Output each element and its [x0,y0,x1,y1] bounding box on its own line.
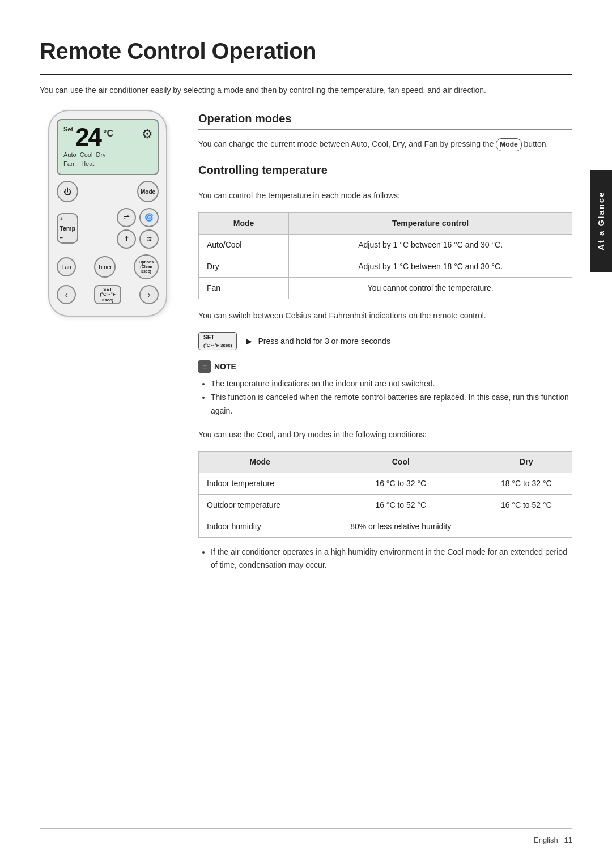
temp-button[interactable]: +Temp– [57,213,78,244]
swing-horizontal-button[interactable]: ⇌ [117,208,136,227]
page-title: Remote Control Operation [40,34,572,68]
cond-indoor-temp-dry: 18 °C to 32 °C [481,473,572,495]
temp-table-header-control: Temperature control [289,212,572,234]
temp-control-table: Mode Temperature control Auto/Cool Adjus… [198,212,572,299]
list-item: This function is canceled when the remot… [211,391,572,418]
operation-modes-text: You can change the current mode between … [198,138,572,151]
mode-line1: Auto Cool Dry [63,151,152,159]
set-button[interactable]: SET(°C↔°F 3sec) [94,285,121,304]
swing-down-button[interactable]: ⬆ [117,229,136,249]
mode-button[interactable]: Mode [137,181,159,202]
timer-button-label: Timer [97,263,112,271]
intro-text: You can use the air conditioner easily b… [40,84,572,96]
fan-display-icon: ⚙ [142,125,153,143]
cond-indoor-temp-cool: 16 °C to 32 °C [321,473,481,495]
fan-button[interactable]: Fan [57,257,76,276]
cond-table-header-dry: Dry [481,452,572,473]
mode-labels: Auto Cool Dry Fan Heat [63,151,152,168]
airflow-button[interactable]: ≋ [139,229,159,249]
options-button[interactable]: Options(Clean 3sec) [134,254,159,279]
cond-outdoor-temp-cool: 16 °C to 52 °C [321,495,481,516]
cond-outdoor-temp-dry: 16 °C to 52 °C [481,495,572,516]
footer-note-item: If the air conditioner operates in a hig… [211,546,572,571]
mode-line2: Fan Heat [63,160,152,168]
conditions-table: Mode Cool Dry Indoor temperature 16 °C t… [198,451,572,538]
note-title-row: ≡ NOTE [198,360,572,373]
mode-button-reference: Mode [496,138,521,151]
degree-label: °C [103,127,113,141]
note-box: ≡ NOTE The temperature indications on th… [198,360,572,418]
note-list: The temperature indications on the indoo… [198,377,572,418]
operation-modes-title: Operation modes [198,110,572,127]
cond-humidity-label: Indoor humidity [199,516,321,538]
display-top: Set 24 °C ⚙ [63,125,152,150]
side-tab-label: At a Glance [595,192,608,251]
temp-cluster-row: +Temp– ⇌ 🌀 ⬆ ≋ [57,208,159,249]
cond-table-header-cool: Cool [321,452,481,473]
temp-table-control-autocool: Adjust by 1 °C between 16 °C and 30 °C. [289,234,572,256]
table-row: Indoor temperature 16 °C to 32 °C 18 °C … [199,473,572,495]
cond-outdoor-temp-label: Outdoor temperature [199,495,321,516]
footer-page-number: 11 [564,836,572,844]
remote-control: Set 24 °C ⚙ Auto Cool Dry Fan Heat ⏻ Mod… [48,110,167,317]
set-button-label: SET(°C↔°F 3sec) [95,287,120,303]
swing-up-button[interactable]: 🌀 [139,208,159,227]
side-tab: At a Glance [590,170,612,272]
temp-table-mode-fan: Fan [199,277,289,299]
title-rule [40,74,572,75]
footer-page-label: English [534,836,558,844]
temp-table-header-mode: Mode [199,212,289,234]
fan-timer-options-row: Fan Timer Options(Clean 3sec) [57,254,159,279]
list-item: The temperature indications on the indoo… [211,377,572,391]
prev-button[interactable]: ‹ [57,285,76,304]
temp-display: 24 [75,125,101,150]
fan-button-label: Fan [61,263,71,271]
options-button-label: Options(Clean 3sec) [135,260,158,274]
right-content: Operation modes You can change the curre… [198,110,572,571]
operation-modes-rule [198,129,572,130]
power-mode-row: ⏻ Mode [57,181,159,202]
switch-celsius-text: You can switch between Celsius and Fahre… [198,309,572,322]
page-footer: English 11 [40,828,572,846]
table-row: Outdoor temperature 16 °C to 52 °C 16 °C… [199,495,572,516]
table-row: Fan You cannot control the temperature. [199,277,572,299]
set-btn-text: SET(°C↔°F 3sec) [203,334,232,348]
center-cluster: ⇌ 🌀 ⬆ ≋ [117,208,159,249]
note-label: NOTE [214,361,236,373]
temp-table-mode-autocool: Auto/Cool [199,234,289,256]
controlling-temp-title: Controlling temperature [198,161,572,178]
press-hold-row: SET(°C↔°F 3sec) ▶ Press and hold for 3 o… [198,332,572,350]
set-label: Set [63,125,73,134]
operation-modes-text-part1: You can change the current mode between … [198,139,494,148]
power-button[interactable]: ⏻ [57,181,78,202]
cond-indoor-temp-label: Indoor temperature [199,473,321,495]
table-row: Dry Adjust by 1 °C between 18 °C and 30 … [199,256,572,277]
cluster-bottom-row: ⬆ ≋ [117,229,159,249]
temp-button-label: +Temp– [60,214,76,242]
temp-table-control-dry: Adjust by 1 °C between 18 °C and 30 °C. [289,256,572,277]
footer-note-list: If the air conditioner operates in a hig… [198,546,572,571]
remote-display: Set 24 °C ⚙ Auto Cool Dry Fan Heat [57,119,159,175]
note-icon: ≡ [198,360,211,373]
bottom-nav-row: ‹ SET(°C↔°F 3sec) › [57,285,159,304]
table-row: Indoor humidity 80% or less relative hum… [199,516,572,538]
conditions-intro-text: You can use the Cool, and Dry modes in t… [198,428,572,441]
controlling-temp-text: You can control the temperature in each … [198,189,572,202]
remote-container: Set 24 °C ⚙ Auto Cool Dry Fan Heat ⏻ Mod… [40,110,176,317]
cond-humidity-cool: 80% or less relative humidity [321,516,481,538]
cluster-top-row: ⇌ 🌀 [117,208,159,227]
press-hold-text: Press and hold for 3 or more seconds [258,335,390,347]
temp-table-control-fan: You cannot control the temperature. [289,277,572,299]
next-button[interactable]: › [139,285,159,304]
arrow-right-icon: ▶ [246,335,252,347]
main-layout: Set 24 °C ⚙ Auto Cool Dry Fan Heat ⏻ Mod… [40,110,572,571]
temp-table-mode-dry: Dry [199,256,289,277]
table-row: Auto/Cool Adjust by 1 °C between 16 °C a… [199,234,572,256]
cond-humidity-dry: – [481,516,572,538]
operation-modes-text-part2: button. [524,139,549,148]
controlling-temp-rule [198,181,572,181]
timer-button[interactable]: Timer [94,256,116,278]
set-button-illustration: SET(°C↔°F 3sec) [198,332,237,350]
cond-table-header-mode: Mode [199,452,321,473]
